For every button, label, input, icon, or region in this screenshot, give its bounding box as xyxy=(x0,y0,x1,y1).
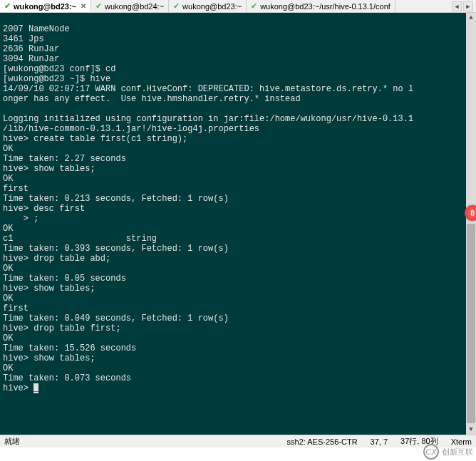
terminal-line: Time taken: 2.27 seconds xyxy=(3,154,126,164)
scroll-thumb[interactable] xyxy=(467,224,475,423)
terminal-line: hive> desc first xyxy=(3,204,85,214)
terminal-line: OK xyxy=(3,264,13,274)
watermark-logo-icon: CX xyxy=(423,444,439,460)
tab-label: wukong@bd23:~ xyxy=(14,2,76,11)
check-icon: ✔ xyxy=(95,1,102,11)
scroll-up-icon[interactable]: ▲ xyxy=(466,13,476,23)
tab-scroll-right-icon[interactable]: ► xyxy=(463,1,473,11)
check-icon: ✔ xyxy=(173,1,180,11)
terminal-line: hive> create table first(c1 string); xyxy=(3,134,187,144)
terminal-line: hive> drop table abd; xyxy=(3,254,110,264)
watermark: CX 创新互联 xyxy=(423,444,473,460)
tab-label: wukong@bd24:~ xyxy=(105,2,164,11)
terminal-line: Logging initialized using configuration … xyxy=(3,114,413,124)
terminal-line: Time taken: 0.049 seconds, Fetched: 1 ro… xyxy=(3,314,229,323)
tab-session-3[interactable]: ✔ wukong@bd23:~ xyxy=(169,0,247,12)
terminal-line: 3461 Jps xyxy=(3,34,44,44)
terminal-line: Time taken: 0.393 seconds, Fetched: 1 ro… xyxy=(3,244,229,254)
terminal-line: hive> show tables; xyxy=(3,284,95,294)
badge-count: 8 xyxy=(470,209,475,217)
status-ready: 就绪 xyxy=(4,436,20,447)
tab-scroll-left-icon[interactable]: ◄ xyxy=(452,1,462,11)
terminal-line: first xyxy=(3,304,29,314)
terminal-line: first xyxy=(3,184,29,194)
terminal-output[interactable]: 2007 NameNode 3461 Jps 2636 RunJar 3094 … xyxy=(0,13,476,435)
check-icon: ✔ xyxy=(251,1,257,11)
terminal-line: Time taken: 0.213 seconds, Fetched: 1 ro… xyxy=(3,194,229,204)
terminal-line: OK xyxy=(3,363,13,373)
status-cursor-position: 37, 7 xyxy=(371,437,388,446)
tab-session-4[interactable]: ✔ wukong@bd23:~/usr/hive-0.13.1/conf xyxy=(247,0,395,12)
terminal-line: OK xyxy=(3,174,13,184)
terminal-line: 2007 NameNode xyxy=(3,24,70,34)
tab-session-2[interactable]: ✔ wukong@bd24:~ xyxy=(91,0,169,12)
tab-bar: ✔ wukong@bd23:~ ✕ ✔ wukong@bd24:~ ✔ wuko… xyxy=(0,0,476,13)
status-encryption: ssh2: AES-256-CTR xyxy=(287,437,358,446)
terminal-line: 14/09/10 02:07:17 WARN conf.HiveConf: DE… xyxy=(3,84,413,94)
terminal-line: OK xyxy=(3,333,13,343)
terminal-line: 3094 RunJar xyxy=(3,54,59,64)
terminal-line: c1 string xyxy=(3,234,157,244)
terminal-line: hive> show tables; xyxy=(3,353,95,363)
tab-label: wukong@bd23:~ xyxy=(182,2,242,11)
terminal-line: OK xyxy=(3,144,13,154)
terminal-prompt: hive> xyxy=(3,383,33,393)
terminal-line: onger has any effect. Use hive.hmshandle… xyxy=(3,94,301,104)
check-icon: ✔ xyxy=(4,1,11,11)
terminal-line: Time taken: 15.526 seconds xyxy=(3,343,136,353)
terminal-line: [wukong@bd23 conf]$ cd xyxy=(3,64,115,74)
scroll-down-icon[interactable]: ▼ xyxy=(466,425,476,435)
terminal-line: /lib/hive-common-0.13.1.jar!/hive-log4j.… xyxy=(3,124,259,134)
close-icon[interactable]: ✕ xyxy=(81,2,86,10)
terminal-line: > ; xyxy=(3,214,38,224)
watermark-text: 创新互联 xyxy=(442,447,473,457)
terminal-line: 2636 RunJar xyxy=(3,44,59,54)
cursor-icon: _ xyxy=(33,383,38,393)
terminal-line: OK xyxy=(3,224,13,234)
tab-scroll-arrows: ◄ ► xyxy=(452,1,476,11)
terminal-line: [wukong@bd23 ~]$ hive xyxy=(3,74,110,84)
terminal-line: Time taken: 0.073 seconds xyxy=(3,373,131,383)
terminal-line: Time taken: 0.05 seconds xyxy=(3,274,126,284)
tab-label: wukong@bd23:~/usr/hive-0.13.1/conf xyxy=(260,2,390,11)
terminal-line: OK xyxy=(3,294,13,304)
terminal-line: hive> show tables; xyxy=(3,164,95,174)
status-bar: 就绪 ssh2: AES-256-CTR 37, 7 37行, 80列 Xter… xyxy=(0,435,476,447)
terminal-line: hive> drop table first; xyxy=(3,323,121,333)
terminal-scrollbar[interactable]: ▲ ▼ xyxy=(466,13,476,435)
notification-badge[interactable]: 8 xyxy=(465,205,476,221)
tab-session-1[interactable]: ✔ wukong@bd23:~ ✕ xyxy=(0,0,91,12)
